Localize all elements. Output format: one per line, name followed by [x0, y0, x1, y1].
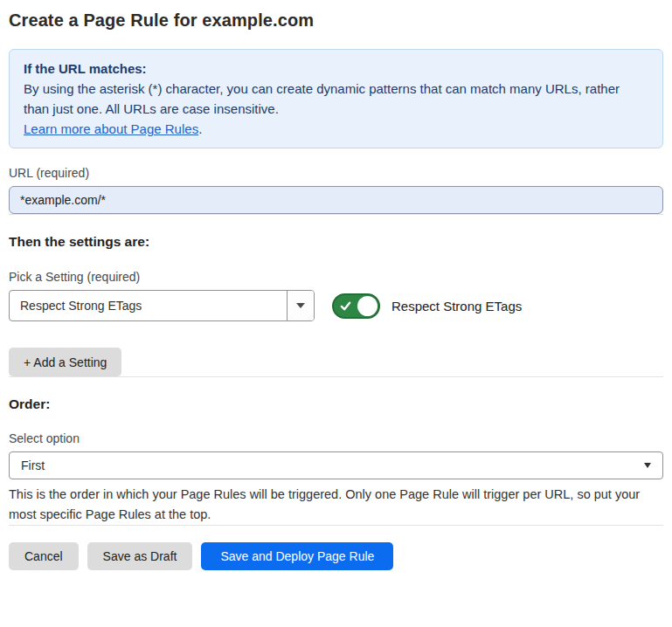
footer-actions: Cancel Save as Draft Save and Deploy Pag… [9, 542, 663, 570]
order-select-value: First [10, 452, 644, 479]
setting-select-value: Respect Strong ETags [10, 291, 287, 320]
url-input[interactable] [9, 186, 663, 214]
respect-strong-etags-toggle[interactable] [332, 293, 380, 319]
info-box-body-text: By using the asterisk (*) character, you… [24, 81, 620, 116]
learn-more-link[interactable]: Learn more about Page Rules [24, 121, 198, 136]
order-help-text: This is the order in which your Page Rul… [9, 485, 663, 525]
toggle-knob [357, 296, 378, 316]
toggle-label: Respect Strong ETags [391, 299, 522, 314]
url-match-info-box: If the URL matches: By using the asteris… [9, 49, 663, 148]
info-box-heading: If the URL matches: [24, 59, 648, 79]
section-divider [9, 214, 663, 215]
url-field-label: URL (required) [9, 166, 663, 180]
create-page-rule-form: Create a Page Rule for example.com If th… [0, 0, 672, 627]
order-select-arrow-wrap [644, 452, 662, 479]
check-icon [340, 300, 351, 312]
link-period: . [198, 121, 202, 136]
info-box-body: By using the asterisk (*) character, you… [24, 79, 648, 139]
settings-section-heading: Then the settings are: [9, 234, 663, 250]
save-draft-button[interactable]: Save as Draft [87, 542, 193, 570]
order-select[interactable]: First [9, 451, 663, 479]
cancel-button[interactable]: Cancel [9, 542, 79, 570]
setting-select[interactable]: Respect Strong ETags [9, 290, 315, 321]
footer-divider [9, 525, 663, 526]
add-setting-button[interactable]: + Add a Setting [9, 348, 121, 376]
save-deploy-button[interactable]: Save and Deploy Page Rule [201, 542, 393, 570]
order-select-label: Select option [9, 431, 663, 445]
section-divider [9, 376, 663, 377]
order-section-heading: Order: [9, 396, 663, 412]
chevron-down-icon [296, 303, 305, 308]
chevron-down-icon [644, 463, 651, 468]
setting-row: Respect Strong ETags Respect Strong ETag… [9, 290, 663, 321]
pick-setting-label: Pick a Setting (required) [9, 270, 663, 284]
page-title: Create a Page Rule for example.com [9, 10, 663, 31]
setting-select-arrow-segment[interactable] [287, 291, 314, 320]
